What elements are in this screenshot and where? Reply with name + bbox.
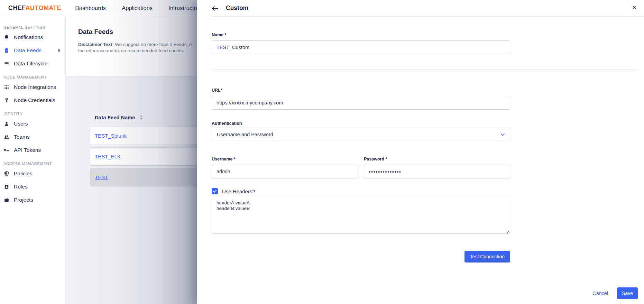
nav-item-dashboards[interactable]: Dashboards <box>75 5 106 11</box>
custom-data-feed-panel: Custom ✕ Name * URL* Authentication User… <box>197 0 644 304</box>
panel-header: Custom <box>212 0 644 17</box>
bell-icon <box>3 35 9 40</box>
panel-body: Name * URL* Authentication Username and … <box>197 33 644 299</box>
authentication-selected-value: Username and Password <box>217 132 500 137</box>
sidebar-section-general-settings: GENERAL SETTINGS <box>0 20 65 31</box>
feed-link-test-splunk[interactable]: TEST_Splunk <box>95 133 127 139</box>
chef-automate-logo[interactable]: CHEFAUTOMATE <box>8 4 61 12</box>
list-icon <box>3 61 9 67</box>
sidebar-item-label: Data Lifecycle <box>14 61 47 67</box>
password-field-group: Password * <box>364 157 510 178</box>
settings-sidebar: GENERAL SETTINGS Notifications Data Feed… <box>0 16 66 304</box>
sidebar-item-policies[interactable]: Policies <box>0 167 65 180</box>
use-headers-checkbox[interactable] <box>212 188 218 194</box>
name-label: Name * <box>212 33 510 37</box>
url-input[interactable] <box>212 96 510 110</box>
logo-chef: CHEF <box>8 4 26 11</box>
sidebar-item-data-feeds[interactable]: Data Feeds <box>0 44 65 57</box>
password-label: Password * <box>364 157 510 162</box>
logo-automate: AUTOMATE <box>26 4 62 11</box>
sidebar-item-label: Users <box>14 121 28 127</box>
sidebar-section-identity: IDENTITY <box>0 107 65 117</box>
chevron-down-icon <box>500 131 505 138</box>
panel-footer: Cancel Save <box>212 287 638 299</box>
sidebar-item-label: Roles <box>14 184 28 190</box>
headers-textarea[interactable]: headerA:valueA headerB:valueB <box>212 196 510 234</box>
sidebar-item-label: Notifications <box>14 34 43 40</box>
nav-links: Dashboards Applications Infrastructure <box>75 5 202 11</box>
url-label: URL* <box>212 88 510 93</box>
panel-title: Custom <box>226 4 248 12</box>
section-divider <box>212 70 638 70</box>
password-input[interactable] <box>364 165 510 178</box>
username-field-group: Username * <box>212 157 358 178</box>
sidebar-item-label: Teams <box>14 134 30 140</box>
authentication-label: Authentication <box>212 121 510 126</box>
save-button[interactable]: Save <box>617 287 638 299</box>
sidebar-item-users[interactable]: Users <box>0 117 65 130</box>
users-icon <box>3 134 9 140</box>
feed-link-test-elk[interactable]: TEST_ELK <box>95 154 121 159</box>
credentials-row: Username * Password * <box>212 157 510 178</box>
sidebar-item-label: Policies <box>14 171 32 177</box>
sort-icon[interactable] <box>140 115 143 120</box>
sidebar-item-notifications[interactable]: Notifications <box>0 31 65 44</box>
key-icon <box>3 98 9 103</box>
sidebar-section-node-management: NODE MANAGEMENT <box>0 70 65 81</box>
use-headers-row: Use Headers? <box>212 188 638 194</box>
nav-item-applications[interactable]: Applications <box>122 5 153 11</box>
cancel-button[interactable]: Cancel <box>592 291 608 296</box>
clipboard-icon <box>3 48 9 54</box>
user-icon <box>3 121 9 127</box>
authentication-field-group: Authentication Username and Password <box>212 121 510 141</box>
sidebar-item-label: Data Feeds <box>14 47 42 54</box>
sidebar-item-teams[interactable]: Teams <box>0 130 65 144</box>
briefcase-icon <box>3 197 9 203</box>
sidebar-item-node-integrations[interactable]: Node Integrations <box>0 81 65 94</box>
close-icon[interactable]: ✕ <box>630 3 638 12</box>
sidebar-item-label: Node Integrations <box>14 84 56 90</box>
badge-icon <box>3 184 9 190</box>
sidebar-item-node-credentials[interactable]: Node Credentials <box>0 94 65 107</box>
sidebar-item-roles[interactable]: Roles <box>0 180 65 193</box>
name-field-group: Name * <box>212 33 510 54</box>
sidebar-item-label: API Tokens <box>14 147 41 153</box>
url-field-group: URL* <box>212 88 510 110</box>
sidebar-section-access-management: ACCESS MANAGEMENT <box>0 157 65 167</box>
name-input[interactable] <box>212 40 510 54</box>
active-item-arrow-icon <box>58 49 61 52</box>
sidebar-item-api-tokens[interactable]: API Tokens <box>0 144 65 157</box>
sidebar-item-label: Projects <box>14 197 33 203</box>
footer-divider <box>212 279 638 279</box>
sidebar-item-data-lifecycle[interactable]: Data Lifecycle <box>0 57 65 70</box>
authentication-select[interactable]: Username and Password <box>212 128 510 141</box>
column-header-data-feed-name[interactable]: Data Feed Name <box>95 114 135 120</box>
test-connection-row: Test Connection <box>212 251 510 262</box>
back-arrow-icon[interactable] <box>212 6 218 11</box>
app-window: CHEFAUTOMATE Dashboards Applications Inf… <box>0 0 644 304</box>
feed-link-test[interactable]: TEST <box>95 174 108 180</box>
test-connection-button[interactable]: Test Connection <box>464 251 510 262</box>
token-key-icon <box>3 147 9 153</box>
use-headers-label: Use Headers? <box>222 188 255 194</box>
username-input[interactable] <box>212 165 358 178</box>
sidebar-item-label: Node Credentials <box>14 97 55 103</box>
grid-dots-icon <box>3 84 9 90</box>
username-label: Username * <box>212 157 358 162</box>
shield-icon <box>3 171 9 177</box>
sidebar-item-projects[interactable]: Projects <box>0 193 65 206</box>
